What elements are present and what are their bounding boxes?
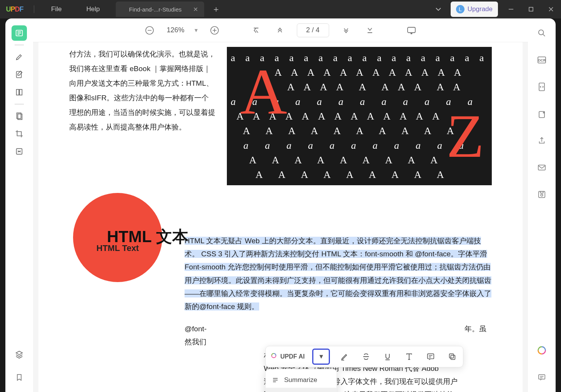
svg-point-22 (539, 30, 544, 35)
ai-menu-translate[interactable]: Translate › (266, 388, 336, 392)
svg-point-29 (541, 194, 543, 196)
svg-point-15 (411, 33, 412, 34)
divider (34, 5, 34, 13)
upgrade-button[interactable]: L Upgrade (451, 2, 498, 17)
share-icon[interactable] (534, 133, 549, 148)
svg-rect-31 (539, 375, 545, 379)
titlebar: UPDF File Help Find-and-...r-Studies ✕ ＋… (0, 0, 561, 18)
svg-rect-17 (451, 355, 455, 359)
bookmark-icon[interactable] (12, 370, 27, 385)
menu-file[interactable]: File (39, 5, 74, 13)
top-toolbar: 126% ▾ (33, 18, 528, 42)
app-logo: UPDF (0, 5, 29, 13)
user-avatar: L (456, 5, 464, 13)
tabs-dropdown-icon[interactable] (429, 6, 448, 12)
page-tools-icon[interactable] (12, 108, 27, 124)
document-viewport[interactable]: 付方法，我们可以确保优化演示。也就是说，我们将在这里查看 eBook ｜掌握网络… (33, 42, 528, 392)
ai-dropdown-menu: Summarize Translate › Explain (265, 369, 337, 392)
svg-rect-4 (17, 90, 19, 95)
prev-page-icon[interactable] (273, 23, 287, 37)
ai-label: UPDF AI (280, 353, 305, 360)
right-sidebar: OCR (528, 18, 556, 392)
svg-text:OCR: OCR (538, 58, 546, 62)
organize-pages-icon[interactable] (12, 85, 27, 100)
tab-close-icon[interactable]: ✕ (193, 6, 198, 13)
copy-icon[interactable] (445, 350, 459, 364)
menu-help[interactable]: Help (74, 5, 112, 13)
divider (15, 45, 24, 45)
next-page-icon[interactable] (339, 23, 353, 37)
divider (15, 104, 24, 105)
document-tab[interactable]: Find-and-...r-Studies ✕ (116, 2, 204, 17)
new-tab-button[interactable]: ＋ (204, 3, 228, 15)
search-icon[interactable] (534, 25, 549, 41)
export-icon[interactable] (534, 106, 549, 121)
first-page-icon[interactable] (249, 23, 263, 37)
close-window-icon[interactable] (541, 0, 561, 18)
heading-main: HTML 文本 (107, 226, 188, 247)
convert-icon[interactable] (534, 79, 549, 95)
layers-icon[interactable] (12, 347, 27, 362)
page-input[interactable] (297, 23, 329, 37)
svg-rect-18 (449, 354, 454, 358)
edit-tool-icon[interactable] (12, 67, 27, 82)
svg-rect-28 (539, 191, 545, 198)
svg-rect-1 (529, 7, 533, 11)
highlight-tool-icon[interactable] (12, 49, 27, 65)
zoom-in-icon[interactable] (208, 23, 221, 37)
maximize-icon[interactable] (521, 0, 541, 18)
comment-icon[interactable] (424, 350, 438, 364)
svg-rect-16 (428, 354, 434, 359)
strikethrough-icon[interactable] (359, 350, 373, 364)
tab-title: Find-and-...r-Studies (122, 6, 188, 13)
selection-toolbar: UPDF AI ▼ (265, 346, 463, 367)
ai-dropdown-icon[interactable]: ▼ (312, 349, 330, 365)
main-content: 126% ▾ 付方法，我们可以确保优化演示。也就是说，我们将在这里查看 eBoo… (33, 18, 528, 392)
minimize-icon[interactable] (501, 0, 521, 18)
comments-panel-icon[interactable] (534, 370, 549, 385)
pdf-page: 付方法，我们可以确保优化演示。也就是说，我们将在这里查看 eBook ｜掌握网络… (38, 42, 523, 392)
ai-menu-summarize[interactable]: Summarize (266, 372, 336, 388)
svg-rect-27 (538, 165, 545, 170)
redact-tool-icon[interactable] (12, 144, 27, 159)
ai-assistant-icon[interactable] (534, 344, 549, 359)
save-icon[interactable] (534, 187, 549, 202)
last-page-icon[interactable] (363, 23, 377, 37)
intro-paragraph: 付方法，我们可以确保优化演示。也就是说，我们将在这里查看 eBook ｜掌握网络… (69, 47, 215, 185)
zoom-value: 126% (166, 26, 184, 34)
updf-ai-button[interactable]: UPDF AI (270, 352, 305, 361)
svg-rect-30 (540, 191, 543, 193)
svg-rect-3 (17, 71, 22, 78)
typography-image: a a a a a a a a a a a a a a a a a a A A … (227, 47, 492, 185)
text-tool-icon[interactable] (402, 350, 416, 364)
svg-rect-14 (408, 27, 415, 33)
email-icon[interactable] (534, 160, 549, 175)
ocr-icon[interactable]: OCR (534, 52, 549, 68)
crop-tool-icon[interactable] (12, 126, 27, 141)
reader-mode-icon[interactable] (12, 25, 27, 41)
left-sidebar (5, 18, 33, 392)
presentation-icon[interactable] (405, 23, 418, 37)
svg-rect-5 (20, 90, 22, 95)
underline-icon[interactable] (381, 350, 395, 364)
highlight-icon[interactable] (338, 350, 351, 364)
upgrade-label: Upgrade (468, 5, 493, 13)
zoom-out-icon[interactable] (143, 23, 156, 37)
zoom-dropdown-icon[interactable]: ▾ (195, 27, 198, 34)
